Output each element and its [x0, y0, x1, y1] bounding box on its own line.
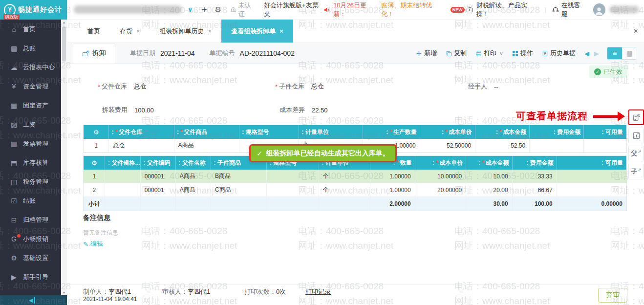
- sort-icon[interactable]: ▴▾: [302, 129, 303, 135]
- header-cell[interactable]: ▴▾*成本单价: [420, 125, 475, 139]
- tab-1[interactable]: 首页: [78, 20, 110, 43]
- add-account-button[interactable]: +: [202, 5, 207, 14]
- sidebar-item-tax[interactable]: ◫税务管理: [0, 172, 61, 191]
- sort-icon[interactable]: ▴▾: [108, 160, 109, 166]
- sidebar-item-guide[interactable]: ▶新手引导: [0, 267, 61, 286]
- sidebar-scrollbar[interactable]: ▲ ▼: [61, 20, 67, 295]
- sidebar-item-closing[interactable]: ☑结账: [0, 191, 61, 210]
- sidebar-collapse-button[interactable]: ◀▎: [0, 295, 67, 305]
- cloud-report-icon: ☁: [10, 64, 18, 71]
- sidebar-item-home[interactable]: ⌂首页: [0, 20, 61, 39]
- sidebar-item-archive[interactable]: ⊟归档管理: [0, 210, 61, 229]
- header-cell[interactable]: ▴▾父件规格...: [105, 156, 140, 170]
- sidebar-item-inventory[interactable]: ⬒库存核算: [0, 153, 61, 172]
- header-cell[interactable]: ▴▾*成本金额: [466, 156, 512, 170]
- parent-jump-icon[interactable]: 父↗: [628, 146, 644, 161]
- scrollbar-thumb[interactable]: [62, 26, 66, 62]
- action-plus-button[interactable]: 新增: [416, 49, 437, 58]
- close-icon[interactable]: ×: [633, 26, 638, 36]
- chevron-down-icon[interactable]: ∨: [188, 6, 193, 13]
- sidebar-item-salary[interactable]: ▨工资: [0, 115, 61, 134]
- gear-icon[interactable]: ⚙: [91, 159, 97, 167]
- sidebar-item-reimburse[interactable]: G小畅报销: [0, 229, 61, 248]
- announcement[interactable]: 10月26日更新： 账簿、期末结转优化！: [323, 1, 443, 19]
- header-cell[interactable]: ▴▾*父件商品: [174, 125, 239, 139]
- tab-2[interactable]: 存货×: [110, 20, 150, 43]
- action-label: 操作: [520, 49, 533, 58]
- header-cell[interactable]: ⚙: [84, 125, 109, 139]
- sidebar-item-fixed-assets[interactable]: ▦固定资产: [0, 96, 61, 115]
- prev-record-icon[interactable]: ◀: [584, 50, 589, 57]
- company-name-masked[interactable]: [74, 5, 182, 14]
- tab-3[interactable]: 组装拆卸单历史×: [150, 20, 222, 43]
- sort-icon[interactable]: ▴▾: [554, 129, 555, 135]
- close-icon[interactable]: ×: [279, 27, 283, 35]
- sort-icon[interactable]: ▴▾: [432, 160, 434, 166]
- close-icon[interactable]: ×: [136, 27, 140, 35]
- header-cell[interactable]: ▴▾*父件仓库: [109, 125, 174, 139]
- online-support-link[interactable]: 在线客服: [552, 1, 586, 19]
- sort-icon[interactable]: ▴▾: [602, 160, 603, 166]
- footer-divider: [67, 284, 644, 284]
- header-cell[interactable]: ▴▾*生产数量: [363, 125, 420, 139]
- sidebar-item-settings[interactable]: ⚙基础设置: [0, 248, 61, 267]
- doc-icon: [542, 50, 548, 57]
- header-cell[interactable]: ▴▾可用量: [557, 156, 626, 170]
- sort-icon[interactable]: ▴▾: [527, 160, 528, 166]
- header-cell[interactable]: ▴▾费用金额: [530, 125, 584, 139]
- action-grid-button[interactable]: 操作: [512, 49, 533, 58]
- header-cell[interactable]: ▴▾*成本单价: [415, 156, 466, 170]
- header-cell[interactable]: ▴▾规格型号: [239, 125, 299, 139]
- cell: 1: [84, 170, 105, 183]
- next-record-icon[interactable]: ▶: [594, 50, 599, 57]
- sidebar-item-funds[interactable]: ¥资金管理: [0, 77, 61, 96]
- sort-icon[interactable]: ▴▾: [386, 129, 388, 135]
- header-cell[interactable]: ▴▾父件编码: [141, 156, 176, 170]
- edit-notes-button[interactable]: ✎ 编辑: [83, 240, 103, 248]
- tab-4[interactable]: 查看组装拆卸单×: [221, 20, 293, 43]
- header-cell[interactable]: ▴▾父件名称: [176, 156, 211, 170]
- chart-check-icon[interactable]: [628, 128, 644, 143]
- doc-flow-icon[interactable]: [628, 109, 644, 125]
- action-doc-button[interactable]: 历史单据: [542, 49, 576, 58]
- sort-icon[interactable]: ▴▾: [144, 160, 145, 166]
- gear-icon[interactable]: ⚙: [93, 129, 99, 136]
- header-cell[interactable]: ▴▾费用金额: [513, 156, 557, 170]
- header-cell[interactable]: ⚙: [84, 156, 105, 170]
- scroll-down-icon[interactable]: ▼: [61, 291, 67, 294]
- scroll-up-icon[interactable]: ▲: [61, 21, 67, 24]
- sort-icon[interactable]: ▴▾: [214, 160, 215, 166]
- avatar[interactable]: [593, 3, 606, 16]
- sidebar-item-label: 云报表中心: [23, 63, 55, 72]
- sort-icon[interactable]: ▴▾: [177, 129, 179, 135]
- header-cell[interactable]: ▴▾*成本金额: [475, 125, 530, 139]
- sort-icon[interactable]: ▴▾: [442, 129, 443, 135]
- sidebar-item-cloud-report[interactable]: ☁云报表中心: [0, 58, 61, 77]
- gear-icon[interactable]: ⚙: [215, 5, 221, 14]
- sort-icon[interactable]: ▴▾: [242, 129, 244, 135]
- action-print-button[interactable]: 打印∨: [475, 49, 503, 58]
- sort-icon[interactable]: ▴▾: [179, 160, 180, 166]
- sort-icon[interactable]: ▴▾: [112, 129, 113, 135]
- action-copy-button[interactable]: 复制: [446, 49, 467, 58]
- sort-icon[interactable]: ▴▾: [479, 160, 480, 166]
- close-icon[interactable]: ×: [208, 27, 212, 35]
- certification-status[interactable]: 未认证: [230, 1, 257, 19]
- sidebar-item-ledger[interactable]: ▤总账: [0, 39, 61, 58]
- child-jump-icon[interactable]: 子↗: [628, 164, 644, 179]
- sort-icon[interactable]: ▴▾: [602, 129, 603, 135]
- video-icon[interactable]: [466, 6, 473, 13]
- edition-badge: 旗舰版: [3, 14, 20, 20]
- sidebar-item-label: 归档管理: [23, 216, 48, 224]
- list-view-icon[interactable]: ≡: [607, 47, 622, 59]
- unapprove-button[interactable]: 弃审: [598, 288, 627, 303]
- header-cell[interactable]: ▴▾可用量: [584, 125, 626, 139]
- username-masked[interactable]: [609, 6, 639, 13]
- sidebar-item-invoice[interactable]: ▥发票管理: [0, 134, 61, 153]
- print-log-link[interactable]: 打印记录: [305, 287, 331, 296]
- header-cell[interactable]: ▴▾计量单位: [299, 125, 363, 139]
- notes-title: 备注信息: [83, 214, 110, 222]
- promo-link[interactable]: 财税解读、产品实操！: [476, 1, 539, 19]
- sort-icon[interactable]: ▴▾: [496, 129, 497, 135]
- card-view-icon[interactable]: ▤: [622, 47, 637, 59]
